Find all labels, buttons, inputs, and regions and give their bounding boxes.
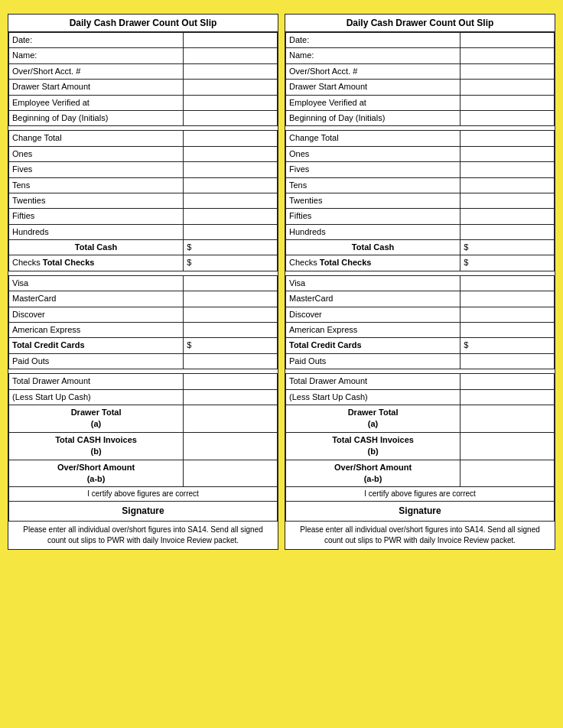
cash-label-4: Twenties bbox=[286, 193, 460, 208]
header-label-1: Name: bbox=[9, 48, 184, 63]
footer-text-1: Please enter all individual over/short f… bbox=[285, 522, 555, 549]
cash-row-2: Fives bbox=[9, 162, 278, 177]
cash-label-6: Hundreds bbox=[286, 224, 460, 239]
paid-outs-row: Paid Outs bbox=[9, 353, 278, 369]
cash-value-3[interactable] bbox=[184, 177, 278, 193]
summary-value-0[interactable] bbox=[460, 374, 555, 389]
cash-value-6[interactable] bbox=[184, 224, 278, 239]
slip-1: Daily Cash Drawer Count Out SlipDate:Nam… bbox=[285, 14, 555, 550]
header-value-5[interactable] bbox=[184, 110, 278, 125]
paid-outs-value[interactable] bbox=[460, 353, 555, 369]
credit-row-2: Discover bbox=[286, 307, 555, 322]
cash-value-0[interactable] bbox=[460, 131, 555, 146]
header-value-3[interactable] bbox=[184, 80, 278, 95]
certify-row: I certify above figures are correct bbox=[9, 487, 278, 502]
summary-row-0: Total Drawer Amount bbox=[286, 374, 555, 389]
header-label-1: Name: bbox=[286, 48, 460, 63]
header-value-4[interactable] bbox=[184, 95, 278, 110]
checks-symbol: $ bbox=[184, 255, 278, 271]
total-credit-row: Total Credit Cards$ bbox=[9, 338, 278, 353]
header-value-2[interactable] bbox=[184, 63, 278, 79]
header-value-1[interactable] bbox=[184, 48, 278, 63]
header-row-3: Drawer Start Amount bbox=[9, 80, 278, 95]
cash-label-1: Ones bbox=[9, 146, 184, 161]
certify-text: I certify above figures are correct bbox=[9, 487, 278, 502]
cash-invoices-row: Total CASH Invoices(b) bbox=[9, 432, 278, 460]
cash-row-3: Tens bbox=[286, 177, 555, 193]
credit-value-0[interactable] bbox=[460, 275, 555, 291]
header-value-3[interactable] bbox=[460, 80, 555, 95]
cash-invoices-label: Total CASH Invoices(b) bbox=[9, 432, 184, 460]
paid-outs-label: Paid Outs bbox=[286, 353, 460, 369]
credit-label-1: MasterCard bbox=[9, 291, 184, 307]
cash-value-1[interactable] bbox=[460, 146, 555, 161]
credit-value-0[interactable] bbox=[184, 275, 278, 291]
cash-label-2: Fives bbox=[286, 162, 460, 177]
slip-title-0: Daily Cash Drawer Count Out Slip bbox=[8, 15, 278, 32]
credit-value-3[interactable] bbox=[460, 323, 555, 338]
credit-value-1[interactable] bbox=[460, 291, 555, 307]
summary-value-1[interactable] bbox=[460, 389, 555, 405]
cash-invoices-value[interactable] bbox=[460, 432, 555, 460]
cash-value-6[interactable] bbox=[460, 224, 555, 239]
cash-row-5: Fifties bbox=[9, 209, 278, 224]
cash-label-4: Twenties bbox=[9, 193, 184, 208]
drawer-total-value[interactable] bbox=[184, 405, 278, 432]
over-short-label: Over/Short Amount(a-b) bbox=[9, 460, 184, 487]
drawer-total-value[interactable] bbox=[460, 405, 555, 432]
cash-invoices-value[interactable] bbox=[184, 432, 278, 460]
header-value-4[interactable] bbox=[460, 95, 555, 110]
over-short-value[interactable] bbox=[184, 460, 278, 487]
summary-label-0: Total Drawer Amount bbox=[286, 374, 460, 389]
summary-label-0: Total Drawer Amount bbox=[9, 374, 184, 389]
cash-value-5[interactable] bbox=[184, 209, 278, 224]
cash-invoices-label: Total CASH Invoices(b) bbox=[286, 432, 460, 460]
total-credit-symbol: $ bbox=[184, 338, 278, 353]
credit-row-3: American Express bbox=[286, 323, 555, 338]
slip-title-1: Daily Cash Drawer Count Out Slip bbox=[285, 15, 555, 32]
credit-label-3: American Express bbox=[286, 323, 460, 338]
total-cash-row: Total Cash$ bbox=[9, 240, 278, 255]
cash-value-5[interactable] bbox=[460, 209, 555, 224]
paid-outs-value[interactable] bbox=[184, 353, 278, 369]
signature-row: Signature bbox=[9, 502, 278, 522]
summary-value-1[interactable] bbox=[184, 389, 278, 405]
cash-value-2[interactable] bbox=[184, 162, 278, 177]
summary-value-0[interactable] bbox=[184, 374, 278, 389]
header-value-5[interactable] bbox=[460, 110, 555, 125]
cash-label-5: Fifties bbox=[9, 209, 184, 224]
cash-row-4: Twenties bbox=[286, 193, 555, 208]
header-value-1[interactable] bbox=[460, 48, 555, 63]
credit-value-2[interactable] bbox=[460, 307, 555, 322]
paid-outs-label: Paid Outs bbox=[9, 353, 184, 369]
over-short-value[interactable] bbox=[460, 460, 555, 487]
cash-value-4[interactable] bbox=[460, 193, 555, 208]
cash-value-0[interactable] bbox=[184, 131, 278, 146]
header-row-1: Name: bbox=[9, 48, 278, 63]
header-value-2[interactable] bbox=[460, 63, 555, 79]
checks-symbol: $ bbox=[460, 255, 555, 271]
credit-value-1[interactable] bbox=[184, 291, 278, 307]
paid-outs-row: Paid Outs bbox=[286, 353, 555, 369]
header-row-0: Date: bbox=[286, 33, 555, 48]
cash-label-6: Hundreds bbox=[9, 224, 184, 239]
credit-value-3[interactable] bbox=[184, 323, 278, 338]
cash-value-3[interactable] bbox=[460, 177, 555, 193]
checks-row: Checks Total Checks$ bbox=[9, 255, 278, 271]
summary-label-1: (Less Start Up Cash) bbox=[286, 389, 460, 405]
cash-value-1[interactable] bbox=[184, 146, 278, 161]
header-row-5: Beginning of Day (Initials) bbox=[9, 110, 278, 125]
drawer-total-row: Drawer Total(a) bbox=[9, 405, 278, 432]
header-value-0[interactable] bbox=[460, 33, 555, 48]
cash-value-2[interactable] bbox=[460, 162, 555, 177]
credit-value-2[interactable] bbox=[184, 307, 278, 322]
credit-row-0: Visa bbox=[9, 275, 278, 291]
cash-value-4[interactable] bbox=[184, 193, 278, 208]
total-credit-row: Total Credit Cards$ bbox=[286, 338, 555, 353]
cash-row-1: Ones bbox=[286, 146, 555, 161]
header-label-3: Drawer Start Amount bbox=[286, 80, 460, 95]
header-row-1: Name: bbox=[286, 48, 555, 63]
page-container: Daily Cash Drawer Count Out SlipDate:Nam… bbox=[8, 14, 555, 550]
header-value-0[interactable] bbox=[184, 33, 278, 48]
cash-row-4: Twenties bbox=[9, 193, 278, 208]
